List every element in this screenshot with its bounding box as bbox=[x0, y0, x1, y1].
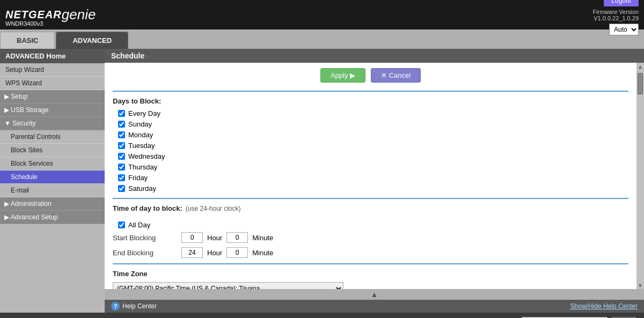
sidebar-item-security[interactable]: ▼ Security bbox=[0, 117, 105, 130]
sidebar-item-block-services[interactable]: Block Services bbox=[0, 157, 105, 171]
time-section-title: Time of day to block: bbox=[113, 204, 182, 212]
collapse-arrow[interactable]: ▲ bbox=[371, 290, 378, 299]
label-every-day: Every Day bbox=[128, 109, 160, 117]
cancel-button[interactable]: ✕ Cancel bbox=[371, 68, 421, 83]
checkbox-all-day[interactable] bbox=[118, 221, 125, 228]
label-sunday: Sunday bbox=[128, 120, 152, 128]
help-icon: ? bbox=[111, 302, 120, 310]
end-hour-input[interactable] bbox=[181, 247, 203, 258]
tab-advanced[interactable]: ADVANCED bbox=[56, 32, 128, 49]
end-minute-label: Minute bbox=[252, 249, 273, 257]
sidebar-item-setup-wizard[interactable]: Setup Wizard bbox=[0, 63, 105, 77]
scroll-down-arrow[interactable]: ▼ bbox=[638, 283, 643, 289]
sidebar-item-wps-wizard[interactable]: WPS Wizard bbox=[0, 77, 105, 90]
netgear-logo: NETGEAR bbox=[5, 9, 62, 21]
checkbox-wednesday[interactable] bbox=[118, 153, 125, 160]
sidebar-item-advanced-setup[interactable]: ▶ Advanced Setup bbox=[0, 211, 105, 224]
label-all-day: All Day bbox=[128, 221, 150, 229]
firmware-version: V1.0.0.22_1.0.29 bbox=[594, 15, 639, 21]
label-saturday: Saturday bbox=[128, 184, 156, 193]
sidebar-item-usb-storage[interactable]: ▶ USB Storage bbox=[0, 103, 105, 117]
tab-basic[interactable]: BASIC bbox=[0, 32, 55, 49]
help-center-label: Help Center bbox=[122, 302, 157, 310]
language-select[interactable]: Auto bbox=[609, 24, 639, 35]
days-section-title: Days to Block: bbox=[113, 97, 628, 105]
scroll-thumb[interactable] bbox=[638, 73, 643, 94]
checkbox-saturday[interactable] bbox=[118, 185, 125, 192]
checkbox-sunday[interactable] bbox=[118, 121, 125, 128]
timezone-label: Time Zone bbox=[113, 270, 628, 278]
sidebar-item-setup[interactable]: ▶ Setup bbox=[0, 90, 105, 103]
end-minute-input[interactable] bbox=[226, 247, 248, 258]
sidebar-item-administration[interactable]: ▶ Administration bbox=[0, 197, 105, 211]
end-blocking-label: End Blocking bbox=[113, 249, 177, 257]
sidebar-item-parental-controls[interactable]: Parental Controls bbox=[0, 130, 105, 144]
label-friday: Friday bbox=[128, 174, 148, 182]
sidebar-item-block-sites[interactable]: Block Sites bbox=[0, 144, 105, 157]
checkbox-thursday[interactable] bbox=[118, 164, 125, 171]
label-thursday: Thursday bbox=[128, 163, 157, 171]
sidebar-item-schedule[interactable]: Schedule bbox=[0, 171, 105, 184]
firmware-label: Firmware Version bbox=[592, 9, 639, 15]
genie-logo: genie bbox=[62, 6, 96, 23]
sidebar-item-email[interactable]: E-mail bbox=[0, 184, 105, 197]
scroll-up-arrow[interactable]: ▲ bbox=[638, 64, 643, 70]
timezone-select[interactable]: (GMT-08:00) Pacific Time (US & Canada); … bbox=[113, 282, 343, 289]
page-title: Schedule bbox=[105, 49, 644, 63]
label-tuesday: Tuesday bbox=[128, 142, 155, 150]
label-wednesday: Wednesday bbox=[128, 152, 165, 160]
checkbox-tuesday[interactable] bbox=[118, 142, 125, 149]
checkbox-friday[interactable] bbox=[118, 174, 125, 181]
time-section-subtitle: (use 24-hour clock) bbox=[186, 205, 241, 212]
checkbox-monday[interactable] bbox=[118, 131, 125, 138]
start-minute-label: Minute bbox=[252, 234, 273, 242]
start-minute-input[interactable] bbox=[226, 232, 248, 243]
label-monday: Monday bbox=[128, 131, 153, 139]
device-name: WNDR3400v3 bbox=[5, 20, 43, 27]
checkbox-every-day[interactable] bbox=[118, 110, 125, 117]
start-hour-label: Hour bbox=[207, 234, 222, 242]
start-blocking-label: Start Blocking bbox=[113, 234, 177, 242]
start-hour-input[interactable] bbox=[181, 232, 203, 243]
end-hour-label: Hour bbox=[207, 249, 222, 257]
apply-button[interactable]: Apply ▶ bbox=[320, 68, 365, 83]
show-hide-help-link[interactable]: Show/Hide Help Center bbox=[570, 302, 638, 310]
logout-button[interactable]: Logout bbox=[604, 0, 639, 6]
sidebar-item-advanced-home[interactable]: ADVANCED Home bbox=[0, 49, 105, 63]
